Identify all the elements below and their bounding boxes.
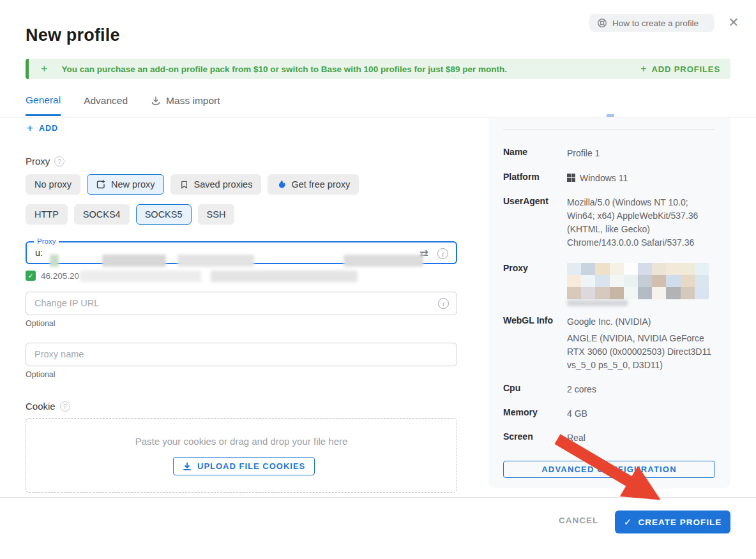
tab-mass-import[interactable]: Mass import — [151, 89, 220, 116]
cpu-label: Cpu — [503, 383, 567, 396]
advanced-configuration-label: ADVANCED CONFIGURATION — [541, 465, 677, 474]
banner-text: You can purchase an add-on profile pack … — [62, 64, 641, 74]
add-link[interactable]: + ADD — [27, 122, 58, 135]
redacted-proxy-credentials — [45, 255, 428, 267]
protocol-socks5-button[interactable]: SOCKS5 — [136, 204, 192, 225]
tab-advanced[interactable]: Advanced — [84, 89, 128, 116]
check-icon: ✓ — [624, 516, 633, 528]
tab-mass-import-label: Mass import — [166, 95, 220, 107]
no-proxy-label: No proxy — [34, 179, 72, 190]
profile-summary-panel: Name Profile 1 Platform Windows 11 UserA… — [488, 118, 730, 488]
cookie-label-text: Cookie — [26, 401, 56, 412]
proxy-summary-label: Proxy — [503, 263, 567, 306]
summary-row-platform: Platform Windows 11 — [503, 172, 715, 185]
tab-bar: General Advanced Mass import — [26, 89, 220, 116]
download-icon — [151, 96, 161, 106]
webgl-label: WebGL Info — [503, 315, 567, 372]
plus-icon: + — [27, 122, 34, 135]
help-question-icon[interactable]: ? — [54, 156, 64, 167]
summary-row-cpu: Cpu 2 cores — [503, 383, 715, 396]
checkbox-checked-icon[interactable]: ✓ — [26, 271, 36, 281]
ssh-label: SSH — [207, 209, 226, 220]
bookmark-icon — [179, 180, 189, 190]
protocol-ssh-button[interactable]: SSH — [198, 204, 235, 225]
upload-file-cookies-button[interactable]: UPLOAD FILE COOKIES — [173, 457, 315, 475]
saved-proxies-button[interactable]: Saved proxies — [170, 174, 262, 195]
info-icon[interactable]: i — [437, 248, 448, 259]
new-profile-dialog: New profile How to create a profile ✕ + … — [0, 0, 756, 559]
name-label: Name — [503, 147, 567, 160]
flame-icon — [276, 179, 286, 190]
socks5-label: SOCKS5 — [145, 209, 183, 220]
download-file-icon — [183, 462, 192, 471]
new-proxy-button[interactable]: New proxy — [87, 174, 164, 195]
upload-button-label: UPLOAD FILE COOKIES — [197, 461, 305, 471]
change-ip-url-placeholder: Change IP URL — [34, 298, 99, 308]
add-profiles-label: ADD PROFILES — [651, 64, 720, 74]
proxy-label-text: Proxy — [26, 156, 50, 167]
redacted-ip-details — [80, 271, 374, 282]
platform-label: Platform — [503, 172, 567, 185]
close-icon[interactable]: ✕ — [727, 15, 741, 29]
proxy-name-placeholder: Proxy name — [34, 349, 84, 359]
plus-icon: + — [640, 63, 647, 75]
how-to-create-profile-button[interactable]: How to create a profile — [589, 14, 714, 32]
summary-row-proxy: Proxy — [503, 263, 715, 306]
proxy-input-float-label: Proxy — [34, 237, 59, 245]
summary-row-name: Name Profile 1 — [503, 147, 715, 160]
saved-proxies-label: Saved proxies — [194, 179, 253, 190]
useragent-value: Mozilla/5.0 (Windows NT 10.0; Win64; x64… — [567, 196, 715, 250]
proxy-name-hint: Optional — [26, 370, 56, 379]
banner-accent-bar — [26, 59, 29, 79]
summary-row-useragent: UserAgent Mozilla/5.0 (Windows NT 10.0; … — [503, 196, 715, 250]
webgl-renderer: ANGLE (NVIDIA, NVIDIA GeForce RTX 3060 (… — [567, 332, 715, 372]
info-icon[interactable]: i — [438, 298, 449, 309]
proxy-section-label: Proxy ? — [26, 156, 64, 167]
help-question-icon[interactable]: ? — [60, 401, 70, 412]
socks4-label: SOCKS4 — [83, 209, 121, 220]
cancel-button[interactable]: CANCEL — [559, 516, 598, 525]
upsell-banner: + You can purchase an add-on profile pac… — [26, 59, 730, 79]
lifebuoy-help-icon — [597, 18, 607, 28]
cookie-dropzone[interactable]: Paste your cookies or drag and drop your… — [26, 418, 457, 493]
get-free-proxy-button[interactable]: Get free proxy — [268, 174, 359, 195]
new-proxy-icon — [96, 179, 106, 190]
tab-general[interactable]: General — [26, 89, 61, 116]
useragent-label: UserAgent — [503, 196, 567, 250]
protocol-http-button[interactable]: HTTP — [26, 204, 68, 225]
webgl-vendor: Google Inc. (NVIDIA) — [567, 315, 715, 329]
add-link-label: ADD — [39, 124, 58, 133]
platform-value: Windows 11 — [567, 172, 715, 185]
advanced-configuration-button[interactable]: ADVANCED CONFIGURATION — [503, 461, 715, 478]
new-proxy-label: New proxy — [111, 179, 155, 190]
create-profile-button[interactable]: ✓ CREATE PROFILE — [615, 511, 730, 533]
no-proxy-button[interactable]: No proxy — [26, 174, 80, 195]
platform-text: Windows 11 — [580, 173, 628, 183]
cookie-section-label: Cookie ? — [26, 401, 70, 412]
windows-logo-icon — [567, 174, 575, 182]
webgl-value: Google Inc. (NVIDIA) ANGLE (NVIDIA, NVID… — [567, 315, 715, 372]
tab-general-label: General — [26, 94, 61, 106]
protocol-group: HTTP SOCKS4 SOCKS5 SSH — [26, 204, 234, 225]
panel-divider — [503, 130, 715, 130]
proxy-check-result: ✓ 46.205.20 — [26, 271, 79, 281]
change-ip-url-input[interactable]: Change IP URL i — [26, 292, 457, 315]
create-profile-label: CREATE PROFILE — [638, 518, 722, 527]
tab-advanced-label: Advanced — [84, 95, 128, 107]
verified-ip-text: 46.205.20 — [41, 271, 79, 281]
name-value: Profile 1 — [567, 147, 715, 160]
add-profiles-button[interactable]: + ADD PROFILES — [640, 63, 720, 75]
screen-label: Screen — [503, 431, 567, 445]
proxy-name-input[interactable]: Proxy name — [26, 343, 457, 366]
page-title: New profile — [26, 26, 120, 45]
redacted-proxy-mosaic — [567, 263, 709, 299]
cookie-drop-text: Paste your cookies or drag and drop your… — [26, 436, 457, 447]
protocol-socks4-button[interactable]: SOCKS4 — [74, 204, 130, 225]
redacted-proxy-text — [567, 300, 628, 306]
get-free-proxy-label: Get free proxy — [291, 179, 350, 190]
help-button-label: How to create a profile — [612, 19, 699, 28]
memory-value: 4 GB — [567, 407, 715, 421]
change-ip-url-hint: Optional — [26, 319, 56, 328]
screen-value: Real — [567, 431, 715, 445]
clipped-scroll-content — [607, 114, 614, 117]
